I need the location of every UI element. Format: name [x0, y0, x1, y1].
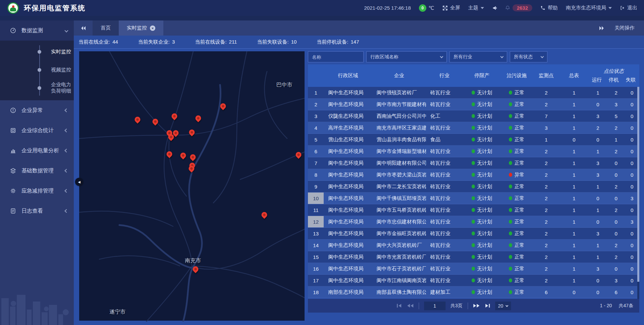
production-status-label: 无计划	[477, 219, 492, 225]
page-number-input[interactable]	[424, 302, 445, 310]
stat-item: 当前失联设备:10	[257, 39, 297, 45]
close-tab-icon[interactable]: ×	[150, 25, 155, 31]
map[interactable]: 巴中市南充市遂宁市 ◀	[79, 51, 305, 321]
org-name: 南充市生态环境局	[566, 5, 606, 11]
page-size-select[interactable]: 20	[495, 302, 511, 310]
sidebar-item-active[interactable]: 实时监控	[0, 43, 74, 61]
notifications[interactable]: 2632	[505, 4, 532, 11]
cell-industry: 砖瓦行业	[426, 195, 463, 202]
cell-run-count: 1	[588, 254, 607, 260]
theme-menu[interactable]: 主题	[468, 5, 484, 11]
chevron-left-icon	[64, 128, 68, 132]
table-row[interactable]: 11阆中生态环境局阆中市五马桥页岩机砖砖瓦行业无计划正常21120	[308, 204, 639, 216]
sidebar-group-expanded[interactable]: 数据监测	[0, 20, 74, 41]
row-number: 7	[308, 157, 324, 169]
sidebar-group-item[interactable]: 日志查看	[0, 201, 74, 221]
cell-meter-count: 1	[560, 172, 588, 178]
table-row[interactable]: 15阆中生态环境局阆中市光富页岩机砖厂砖瓦行业无计划正常21120	[308, 251, 639, 263]
log-icon	[10, 208, 16, 214]
table-row[interactable]: 17阆中生态环境局阆中市江南镇阆南页岩砖瓦行业无计划正常21030	[308, 275, 639, 286]
previous-page-button[interactable]	[407, 304, 414, 308]
production-status-label: 无计划	[477, 160, 492, 166]
row-number: 13	[308, 228, 324, 239]
last-page-button[interactable]	[485, 304, 490, 308]
table-row[interactable]: 4高坪生态环境局南充市高坪区王家店建砖瓦行业无计划正常31220	[308, 122, 639, 134]
industry-select[interactable]: 所有行业	[449, 51, 507, 62]
table-row[interactable]: 3仪陇生态环境局西南油气田分公司川中化工无计划正常71350	[308, 110, 639, 122]
table-row[interactable]: 2阆中生态环境局阆中市南方节能建材有砖瓦行业无计划正常21030	[308, 99, 639, 110]
cell-run-count: 1	[588, 149, 607, 154]
status-dot-green-icon	[472, 184, 475, 188]
production-status-label: 无计划	[477, 207, 492, 213]
tab-active[interactable]: 实时监控×	[119, 20, 163, 36]
help-button[interactable]: 帮助	[540, 5, 558, 11]
row-number: 11	[308, 204, 324, 216]
sidebar-group-item[interactable]: 应急减排管理	[0, 181, 74, 201]
cell-region: 阆中生态环境局	[324, 172, 372, 178]
column-header-industry: 行业	[426, 64, 463, 87]
cell-stop-count: 2	[607, 149, 625, 154]
table-row[interactable]: 5营山生态环境局营山县润丰肉食品有限食品无计划正常10010	[308, 134, 639, 146]
status-select[interactable]: 所有状态	[510, 51, 547, 62]
stat-label: 当前失联企业:	[138, 39, 170, 45]
table-row[interactable]: 13阆中生态环境局阆中市金福旺页岩机砖砖瓦行业无计划正常21300	[308, 228, 639, 239]
status-dot-green-icon	[472, 161, 475, 165]
double-chevron-right-icon	[599, 26, 604, 31]
region-select[interactable]: 行政区域名称	[366, 51, 447, 62]
cell-production-status: 无计划	[463, 266, 501, 272]
table-row[interactable]: 7阆中生态环境局阆中明阳建材有限公司砖瓦行业无计划正常21300	[308, 157, 639, 169]
cell-meter-count: 1	[560, 242, 588, 248]
table-row[interactable]: 6阆中生态环境局阆中市金博瑞新型墙材砖瓦行业无计划正常21120	[308, 146, 639, 157]
column-header-point-status-group: 点位状态 运行 停机 失联	[588, 64, 639, 87]
table-row[interactable]: 9阆中生态环境局阆中市二龙长宝页岩砖砖瓦行业无计划正常21120	[308, 181, 639, 193]
name-search-input[interactable]	[308, 51, 364, 62]
status-dot-green-icon	[472, 220, 475, 224]
tab-item[interactable]: 首页	[93, 20, 119, 36]
org-menu[interactable]: 南充市生态环境局	[566, 5, 612, 11]
scrollbar-thumb[interactable]	[637, 87, 639, 282]
production-status-label: 无计划	[477, 172, 492, 178]
cell-region: 阆中生态环境局	[324, 195, 372, 202]
close-operations-button[interactable]: 关闭操作	[614, 25, 635, 31]
status-dot-green-icon	[472, 243, 475, 247]
cell-industry: 建材加工	[426, 289, 463, 295]
sidebar-item-link[interactable]: 视频监控	[0, 61, 74, 79]
cell-production-status: 无计划	[463, 90, 501, 96]
production-status-label: 无计划	[477, 113, 492, 119]
cell-meter-count: 1	[560, 196, 588, 201]
enterprise-panel: 行政区域名称 所有行业 所有状态 行政区域 企业	[308, 51, 639, 321]
timeline-dot-icon	[38, 68, 41, 72]
table-row[interactable]: 18南部生态环境局南部县双佛土陶有限公建材加工无计划正常60060	[308, 286, 639, 298]
mute-button[interactable]	[492, 5, 497, 10]
status-dot-green-icon	[472, 91, 475, 95]
chevron-left-icon	[64, 189, 68, 193]
table-row[interactable]: 1阆中生态环境局阆中强锐页岩砖厂砖瓦行业无计划正常21120	[308, 87, 639, 99]
first-page-button[interactable]	[396, 304, 402, 308]
fullscreen-button[interactable]: 全屏	[442, 5, 460, 11]
cell-company: 阆中市二龙长宝页岩砖	[372, 183, 426, 190]
tabs-scroll-left-button[interactable]	[74, 20, 93, 36]
table-row[interactable]: 16阆中生态环境局阆中市石子页岩机砖厂砖瓦行业无计划正常21300	[308, 263, 639, 275]
table-row[interactable]: 10阆中生态环境局阆中千佛镇五郎垭页岩砖瓦行业无计划正常21003	[308, 193, 639, 204]
table-row[interactable]: 12阆中生态环境局阆中市忠信建材有限公砖瓦行业无计划正常21003	[308, 216, 639, 228]
sidebar-group-item[interactable]: 企业综合统计	[0, 120, 74, 141]
tabs-scroll-right-button[interactable]	[599, 26, 604, 31]
row-number: 17	[308, 275, 324, 286]
sidebar-item-link[interactable]: 企业电力负荷明细	[0, 79, 74, 97]
cell-industry: 砖瓦行业	[426, 207, 463, 213]
status-dot-green-icon	[509, 184, 512, 188]
sidebar-group-item[interactable]: 企业异常	[0, 100, 74, 120]
logout-button[interactable]: 退出	[620, 5, 637, 11]
status-dot-green-icon	[509, 138, 512, 142]
table-scrollbar[interactable]	[637, 87, 639, 299]
stat-label: 当前失联设备:	[257, 39, 288, 45]
stats-bar: 当前在线企业:44当前失联企业:3当前在线设备:211当前失联设备:10当前停机…	[74, 36, 644, 49]
logout-icon	[620, 5, 625, 10]
column-header-meter: 总表	[560, 64, 588, 87]
sidebar-group-item[interactable]: 企业用电量分析	[0, 141, 74, 161]
table-row[interactable]: 14阆中生态环境局阆中大兴页岩机砖厂砖瓦行业无计划正常21120	[308, 239, 639, 251]
next-page-button[interactable]	[473, 304, 480, 308]
sidebar-group-item[interactable]: 基础数据管理	[0, 161, 74, 181]
cell-stop-count: 0	[607, 196, 625, 201]
table-row[interactable]: 8阆中生态环境局阆中市枣碧大梁山页岩砖瓦行业无计划异常21300	[308, 169, 639, 181]
